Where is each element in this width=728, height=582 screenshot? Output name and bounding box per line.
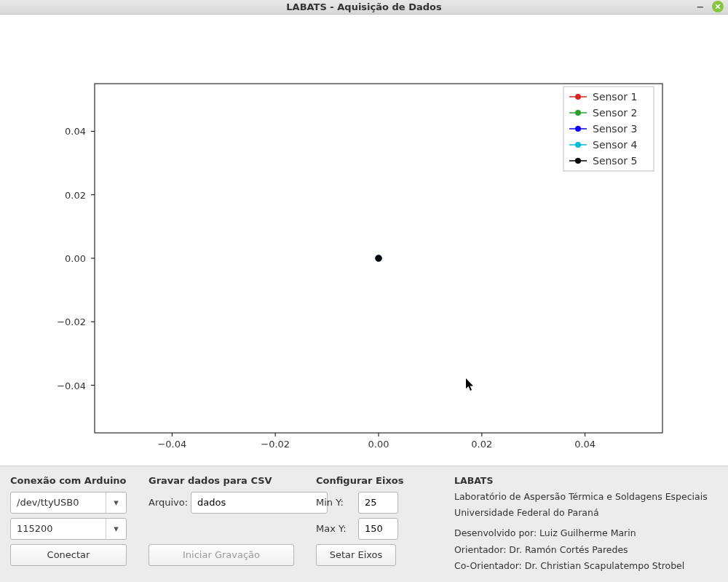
svg-point-39	[575, 142, 581, 148]
file-label: Arquivo:	[149, 497, 185, 508]
maxy-input[interactable]	[358, 518, 398, 540]
baud-select[interactable]: 115200 ▾	[10, 518, 127, 540]
chevron-down-icon: ▾	[106, 519, 126, 539]
about-line2: Universidade Federal do Paraná	[454, 507, 718, 519]
svg-text:−0.04: −0.04	[157, 439, 186, 450]
svg-point-30	[575, 94, 581, 100]
svg-text:Sensor 1: Sensor 1	[593, 91, 637, 103]
svg-text:Sensor 2: Sensor 2	[593, 107, 637, 119]
about-orient: Orientador: Dr. Ramón Cortés Paredes	[454, 544, 718, 556]
plot-area: −0.04−0.020.000.020.04−0.04−0.020.000.02…	[0, 15, 728, 466]
baud-select-value: 115200	[17, 523, 53, 534]
maxy-label: Max Y:	[316, 523, 352, 534]
miny-label: Min Y:	[316, 497, 352, 508]
svg-text:0.04: 0.04	[65, 126, 86, 137]
svg-point-27	[376, 255, 382, 261]
csv-group: Gravar dados para CSV Arquivo: Iniciar G…	[149, 475, 294, 573]
start-recording-button[interactable]: Iniciar Gravação	[149, 544, 294, 566]
start-recording-label: Iniciar Gravação	[183, 549, 260, 560]
svg-point-33	[575, 110, 581, 116]
about-coorient: Co-Orientador: Dr. Christian Scapulatemp…	[454, 560, 718, 572]
port-select[interactable]: /dev/ttyUSB0 ▾	[10, 492, 127, 514]
chevron-down-icon: ▾	[106, 493, 126, 513]
connection-heading: Conexão com Arduino	[10, 475, 127, 486]
file-input[interactable]	[191, 492, 328, 514]
minimize-icon[interactable]: −	[695, 1, 706, 12]
csv-heading: Gravar dados para CSV	[149, 475, 294, 486]
connect-button-label: Conectar	[47, 549, 90, 560]
axes-group: Configurar Eixos Min Y: Max Y: Setar Eix…	[316, 475, 432, 573]
svg-point-36	[575, 126, 581, 132]
about-group: LABATS Laboratório de Aspersão Térmica e…	[454, 475, 718, 573]
set-axes-label: Setar Eixos	[330, 549, 383, 560]
svg-text:0.02: 0.02	[65, 189, 86, 200]
svg-text:0.00: 0.00	[65, 253, 86, 264]
close-icon[interactable]	[712, 1, 724, 12]
svg-text:Sensor 4: Sensor 4	[593, 139, 637, 151]
svg-text:0.00: 0.00	[368, 439, 389, 450]
axes-heading: Configurar Eixos	[316, 475, 432, 486]
port-select-value: /dev/ttyUSB0	[17, 497, 79, 508]
chart-canvas: −0.04−0.020.000.020.04−0.04−0.020.000.02…	[0, 15, 728, 466]
svg-text:Sensor 3: Sensor 3	[593, 123, 637, 135]
svg-text:Sensor 5: Sensor 5	[593, 155, 637, 167]
svg-text:−0.02: −0.02	[57, 316, 86, 327]
control-panel: Conexão com Arduino /dev/ttyUSB0 ▾ 11520…	[0, 466, 728, 583]
svg-text:−0.02: −0.02	[261, 439, 290, 450]
svg-point-42	[575, 158, 581, 164]
svg-text:−0.04: −0.04	[57, 380, 86, 391]
set-axes-button[interactable]: Setar Eixos	[316, 544, 396, 566]
svg-text:0.02: 0.02	[471, 439, 492, 450]
svg-text:0.04: 0.04	[574, 439, 596, 450]
miny-input[interactable]	[358, 492, 398, 514]
about-line1: Laboratório de Aspersão Térmica e Soldag…	[454, 491, 718, 503]
about-title: LABATS	[454, 475, 718, 487]
titlebar: LABATS - Aquisição de Dados −	[0, 0, 728, 15]
window-title: LABATS - Aquisição de Dados	[286, 1, 441, 12]
about-dev: Desenvolvido por: Luiz Guilherme Marin	[454, 527, 718, 539]
connection-group: Conexão com Arduino /dev/ttyUSB0 ▾ 11520…	[10, 475, 127, 573]
connect-button[interactable]: Conectar	[10, 544, 127, 566]
